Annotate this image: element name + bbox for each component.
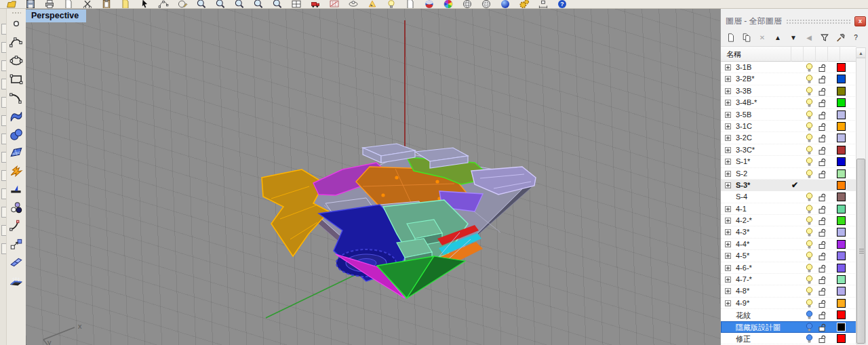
layer-row[interactable]: 4-3* ✔ xyxy=(721,226,856,238)
lock-icon[interactable] xyxy=(818,122,827,131)
lock-icon[interactable] xyxy=(818,216,827,226)
layer-row[interactable]: 4-6-* ✔ xyxy=(721,262,856,274)
wireframe-sphere-icon[interactable] xyxy=(462,0,473,9)
expand-toggle-icon[interactable] xyxy=(725,112,731,118)
layer-color-swatch[interactable] xyxy=(837,63,846,72)
cplane-grid-icon[interactable] xyxy=(329,0,340,9)
clipped-tool-icon[interactable] xyxy=(1,134,6,144)
lock-icon[interactable] xyxy=(818,169,827,179)
lock-icon[interactable] xyxy=(818,75,827,84)
lock-icon[interactable] xyxy=(818,87,827,96)
layer-name[interactable]: 3-5B xyxy=(736,110,751,119)
scroll-up-button[interactable]: ▲ xyxy=(856,48,865,58)
perspective-viewport[interactable]: Perspective xyxy=(26,9,720,345)
control-point-curve-icon[interactable] xyxy=(9,35,24,50)
expand-toggle-icon[interactable] xyxy=(725,159,731,165)
move-down-icon[interactable]: ▼ xyxy=(789,33,798,43)
layer-name[interactable]: 3-2B* xyxy=(736,75,755,83)
clipped-tool-icon[interactable] xyxy=(1,79,6,89)
layer-name[interactable]: S-3* xyxy=(736,181,750,189)
lock-icon[interactable] xyxy=(818,205,827,214)
blend-curve-icon[interactable] xyxy=(9,218,24,233)
layer-name[interactable]: 3-3B xyxy=(736,87,751,95)
layer-name[interactable]: 4-5* xyxy=(736,251,749,260)
layer-color-swatch[interactable] xyxy=(837,251,846,260)
visibility-bulb-icon[interactable] xyxy=(805,205,814,214)
layer-row[interactable]: S-4 ✔ xyxy=(721,191,856,203)
select-pointer-icon[interactable] xyxy=(139,0,150,9)
lock-icon[interactable] xyxy=(818,251,827,261)
lock-icon[interactable] xyxy=(818,275,827,285)
visibility-bulb-icon[interactable] xyxy=(805,228,814,237)
layer-color-swatch[interactable] xyxy=(837,287,846,296)
layer-color-swatch[interactable] xyxy=(837,110,846,119)
layer-name[interactable]: S-2 xyxy=(736,169,747,178)
layer-row[interactable]: 3-1C ✔ xyxy=(721,121,856,132)
clipped-tool-icon[interactable] xyxy=(1,152,6,163)
filter-icon[interactable] xyxy=(820,33,829,43)
visibility-bulb-icon[interactable] xyxy=(805,264,814,273)
layer-row[interactable]: 3-3B ✔ xyxy=(721,85,856,97)
layer-row[interactable]: 隱藏版設計圖 ✔ xyxy=(721,321,856,333)
expand-toggle-icon[interactable] xyxy=(725,300,731,306)
analyze-shield-icon[interactable] xyxy=(424,0,435,9)
layer-color-swatch[interactable] xyxy=(837,122,846,131)
layer-row[interactable]: 4-8* ✔ xyxy=(721,285,856,297)
layer-name[interactable]: 4-6-* xyxy=(736,264,752,272)
clipped-tool-icon[interactable] xyxy=(1,207,6,218)
viewport-title[interactable]: Perspective xyxy=(26,9,86,22)
zoom-extents-icon[interactable] xyxy=(196,0,207,9)
expand-toggle-icon[interactable] xyxy=(725,241,731,247)
move-left-icon[interactable]: ◀ xyxy=(804,33,814,43)
rendered-sphere-icon[interactable] xyxy=(500,0,511,9)
point-icon[interactable] xyxy=(9,17,24,32)
layer-row[interactable]: 4-1 ✔ xyxy=(721,203,856,215)
layer-row[interactable]: 4-2-* ✔ xyxy=(721,215,856,226)
sphere-icon[interactable] xyxy=(9,127,24,142)
lock-icon[interactable] xyxy=(818,310,827,320)
expand-toggle-icon[interactable] xyxy=(725,253,731,259)
toolbar-drag-handle[interactable] xyxy=(12,12,21,14)
control-points-icon[interactable] xyxy=(158,0,169,9)
lock-icon[interactable] xyxy=(818,287,827,296)
layer-row[interactable]: S-1* ✔ xyxy=(721,156,856,167)
expand-toggle-icon[interactable] xyxy=(725,88,731,94)
layer-color-swatch[interactable] xyxy=(837,192,846,201)
visibility-bulb-icon[interactable] xyxy=(805,63,814,73)
visibility-bulb-icon[interactable] xyxy=(805,134,814,143)
lock-icon[interactable] xyxy=(818,228,827,237)
new-layer-icon[interactable] xyxy=(726,33,736,43)
layer-color-swatch[interactable] xyxy=(837,299,846,308)
angle-constraint-icon[interactable] xyxy=(367,0,378,9)
visibility-bulb-icon[interactable] xyxy=(805,240,814,249)
layer-name[interactable]: 花紋 xyxy=(736,310,751,321)
layer-row[interactable]: 3-3C* ✔ xyxy=(721,144,856,156)
scroll-thumb[interactable] xyxy=(856,159,865,344)
layer-name[interactable]: 3-2C xyxy=(736,134,752,142)
layer-color-swatch[interactable] xyxy=(837,216,846,225)
lock-icon[interactable] xyxy=(818,157,827,167)
zoom-in-icon[interactable] xyxy=(253,0,264,9)
print-icon[interactable] xyxy=(44,0,55,9)
layer-color-swatch[interactable] xyxy=(837,205,846,214)
layer-name[interactable]: 4-8* xyxy=(736,287,749,295)
copy-icon[interactable] xyxy=(9,255,24,270)
layer-row[interactable]: 4-7-* ✔ xyxy=(721,274,856,285)
new-sublayer-icon[interactable] xyxy=(742,33,751,43)
rectangle-icon[interactable] xyxy=(9,72,24,87)
clipped-tool-icon[interactable] xyxy=(1,188,6,199)
visibility-bulb-icon[interactable] xyxy=(805,323,814,332)
delete-layer-icon[interactable]: ✕ xyxy=(757,33,767,43)
layer-row[interactable]: 4-5* ✔ xyxy=(721,250,856,262)
move-up-icon[interactable]: ▲ xyxy=(773,33,783,43)
visibility-bulb-icon[interactable] xyxy=(805,192,814,202)
visibility-bulb-icon[interactable] xyxy=(805,110,814,120)
lock-icon[interactable] xyxy=(818,264,827,273)
dimension-icon[interactable] xyxy=(538,0,549,9)
expand-toggle-icon[interactable] xyxy=(725,218,731,224)
ghosted-sphere-icon[interactable] xyxy=(481,0,492,9)
visibility-bulb-icon[interactable] xyxy=(805,169,814,179)
layer-color-swatch[interactable] xyxy=(837,323,846,331)
patch-icon[interactable] xyxy=(9,145,24,160)
expand-toggle-icon[interactable] xyxy=(725,64,731,70)
